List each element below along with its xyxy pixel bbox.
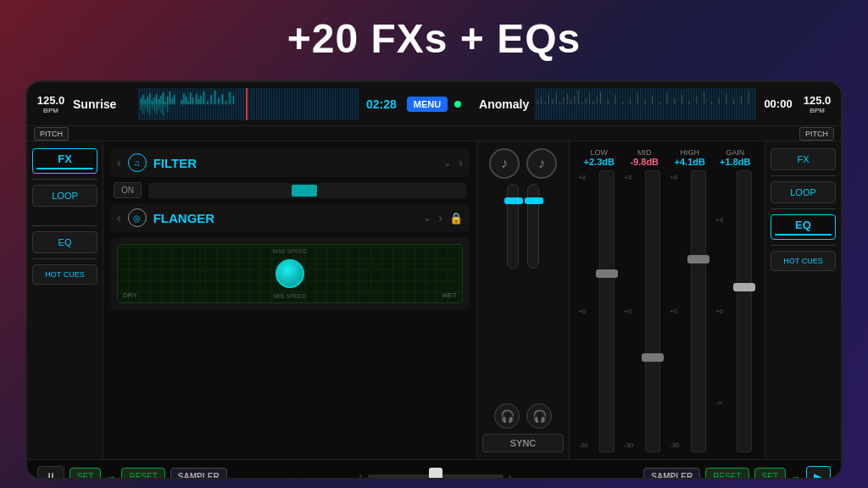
headphone-row: 🎧 🎧 — [494, 403, 552, 429]
page-title: +20 FXs + EQs — [0, 0, 868, 62]
pause-button[interactable]: ⏸ — [37, 466, 64, 480]
high-handle — [687, 255, 709, 263]
left-vol-fader[interactable] — [507, 184, 519, 269]
play-button[interactable]: ▶ — [806, 466, 831, 480]
flanger-lock[interactable]: 🔒 — [449, 212, 463, 225]
right-reset-button[interactable]: RESET — [705, 468, 748, 480]
right-headphone-btn[interactable]: 🎧 — [526, 403, 552, 429]
filter-icon: ♫ — [128, 153, 147, 172]
main-area: FX LOOP LOOP EQ HOT CUES ‹ ♫ FILTER ⌄ › — [27, 141, 841, 459]
scale-plus4: +4 — [715, 216, 727, 224]
flanger-grid[interactable]: MAX SPEED DRY WET MIN SPEED — [117, 244, 463, 303]
flanger-next[interactable]: › — [438, 211, 442, 225]
eq-low-band: LOW +2.3dB — [576, 148, 622, 167]
fx-underline — [36, 168, 93, 169]
left-eq-btn[interactable]: EQ — [32, 231, 97, 253]
left-headphone-btn[interactable]: 🎧 — [494, 403, 520, 429]
flanger-row: ‹ ◎ FLANGER ⌄ › 🔒 — [110, 203, 470, 232]
scale-zero-4: +0 — [715, 308, 727, 315]
ch2-button[interactable]: ♪ — [526, 148, 557, 179]
left-panel: FX LOOP LOOP EQ HOT CUES — [27, 141, 103, 459]
transport-bar: ⏸ SET → RESET SAMPLER ‹ › SAMPLER RESET … — [27, 459, 841, 480]
left-track-name: Sunrise — [73, 97, 132, 111]
left-waveform — [137, 88, 359, 120]
sync-button[interactable]: SYNC — [482, 434, 564, 452]
right-fader-col — [527, 184, 539, 398]
eq-gain-band: GAIN +1.8dB — [713, 148, 759, 167]
right-waveform — [534, 88, 756, 120]
waveform-bar: 125.0 BPM Sunrise — [27, 82, 841, 126]
filter-slider[interactable] — [148, 183, 466, 198]
filter-dropdown[interactable]: ⌄ — [443, 157, 452, 169]
cf-right-arrow[interactable]: › — [509, 471, 512, 480]
left-time: 02:28 — [364, 97, 398, 111]
right-time: 00:00 — [761, 97, 795, 110]
left-sampler-button[interactable]: SAMPLER — [170, 468, 227, 480]
right-vol-fader[interactable] — [527, 184, 539, 269]
gain-fader-container — [731, 170, 758, 452]
crossfader-section: ‹ › — [232, 471, 639, 480]
right-panel: FX LOOP EQ HOT CUES — [765, 141, 841, 459]
scale-plus8-3: +8 — [670, 174, 682, 181]
crossfader-handle — [429, 468, 442, 480]
left-hotcues-btn[interactable]: HOT CUES — [32, 264, 97, 285]
cf-left-arrow[interactable]: ‹ — [359, 471, 363, 480]
left-reset-button[interactable]: RESET — [121, 468, 164, 480]
right-loop-btn[interactable]: LOOP — [771, 181, 836, 203]
right-fx-btn[interactable]: FX — [771, 148, 836, 170]
flanger-name: FLANGER — [153, 211, 417, 225]
left-vol-handle — [504, 197, 523, 204]
right-divider1 — [771, 175, 836, 176]
scale-zero: +0 — [578, 308, 590, 315]
scale-minus30-3: -30 — [670, 441, 682, 449]
filter-next[interactable]: › — [459, 156, 463, 169]
crossfader-track[interactable] — [368, 474, 504, 480]
scale-minus30-2: -30 — [624, 441, 636, 449]
right-set-button[interactable]: SET — [754, 468, 786, 480]
filter-knob[interactable] — [292, 185, 317, 197]
right-track-name: Anomaly — [470, 97, 529, 111]
right-pitch-button[interactable]: PITCH — [799, 127, 834, 141]
low-fader[interactable] — [599, 170, 615, 452]
gain-fader[interactable] — [737, 170, 752, 452]
menu-button[interactable]: MENU — [407, 97, 448, 112]
left-loop-btn[interactable]: LOOP — [32, 185, 97, 207]
divider2 — [32, 225, 97, 226]
max-speed-label: MAX SPEED — [273, 248, 308, 254]
flanger-knob[interactable] — [275, 259, 304, 288]
dry-label: DRY — [123, 291, 137, 299]
fx-area: ‹ ♫ FILTER ⌄ › ON ‹ ◎ FLANGER ⌄ › 🔒 — [103, 141, 476, 459]
right-sampler-button[interactable]: SAMPLER — [643, 468, 700, 480]
flanger-dropdown[interactable]: ⌄ — [423, 212, 431, 224]
low-handle — [596, 269, 618, 278]
filter-on-btn[interactable]: ON — [114, 182, 142, 198]
divider1 — [32, 179, 97, 180]
filter-name: FILTER — [153, 156, 437, 170]
scale-zero-2: +0 — [624, 308, 636, 315]
flanger-prev[interactable]: ‹ — [117, 211, 121, 225]
high-fader[interactable] — [691, 170, 706, 452]
flanger-icon: ◎ — [128, 208, 147, 227]
eq-header: LOW +2.3dB MID -9.8dB HIGH +4.1dB GAIN +… — [576, 148, 758, 167]
eq-high-band: HIGH +4.1dB — [667, 148, 713, 167]
flanger-area: MAX SPEED DRY WET MIN SPEED — [110, 237, 470, 310]
scale-plus8-2: +8 — [624, 174, 636, 181]
right-hotcues-btn[interactable]: HOT CUES — [771, 251, 836, 271]
mixer-center: ♪ ♪ 🎧 🎧 — [476, 141, 570, 459]
left-fx-box[interactable]: FX — [32, 148, 97, 174]
high-fader-container — [685, 170, 712, 452]
mid-fader[interactable] — [645, 170, 660, 452]
ch1-button[interactable]: ♪ — [489, 148, 520, 179]
right-arrow: → — [791, 471, 801, 480]
left-bpm: 125.0 BPM — [34, 94, 68, 114]
status-dot — [454, 101, 461, 108]
eq-section: LOW +2.3dB MID -9.8dB HIGH +4.1dB GAIN +… — [570, 141, 765, 459]
left-fader-col — [507, 184, 519, 398]
left-pitch-button[interactable]: PITCH — [34, 127, 69, 141]
right-divider3 — [771, 245, 836, 246]
left-set-button[interactable]: SET — [70, 468, 101, 480]
fader-section — [482, 184, 564, 398]
filter-controls: ON — [110, 182, 470, 198]
right-eq-box[interactable]: EQ — [771, 214, 836, 240]
filter-prev[interactable]: ‹ — [117, 156, 121, 169]
